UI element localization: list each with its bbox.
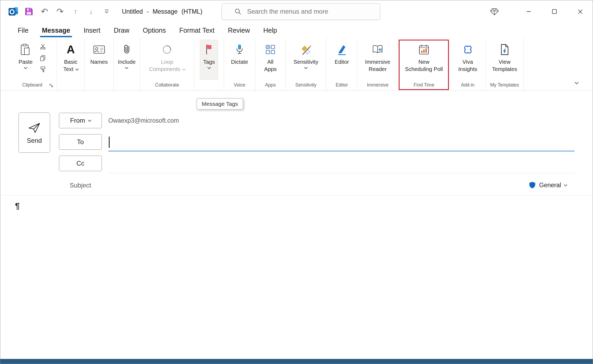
- include-dropdown-chevron: [125, 66, 129, 69]
- editor-label: Editor: [335, 58, 349, 65]
- flag-icon: [203, 41, 215, 58]
- message-body[interactable]: ¶: [0, 196, 593, 359]
- menu-help[interactable]: Help: [256, 23, 284, 38]
- menu-options[interactable]: Options: [136, 23, 173, 38]
- sensitivity-label: Sensitivity: [293, 58, 318, 65]
- all-apps-label-line2: Apps: [264, 65, 277, 73]
- redo-button[interactable]: ↷: [52, 4, 68, 19]
- compose-area: Send From Owaexp3@microsoft.com To Cc Su…: [0, 95, 593, 359]
- maximize-button[interactable]: [546, 3, 563, 20]
- ribbon-group-voice: Dictate Voice: [224, 38, 255, 91]
- menu-insert[interactable]: Insert: [77, 23, 107, 38]
- menu-file[interactable]: File: [11, 23, 35, 38]
- clipboard-group-label: Clipboard: [22, 82, 42, 88]
- from-label: From: [70, 117, 85, 124]
- ribbon-group-apps: All Apps Apps: [255, 38, 286, 91]
- save-button[interactable]: [21, 4, 37, 19]
- menu-review[interactable]: Review: [221, 23, 257, 38]
- titlebar-controls: [485, 0, 593, 23]
- minimize-button[interactable]: [520, 3, 538, 20]
- save-icon: [24, 7, 34, 16]
- clipboard-small-buttons: [37, 40, 49, 75]
- close-button[interactable]: [571, 3, 589, 20]
- outlook-message-window: ↶ ↷ ↑ ↓ Untitled - Message (HTML): [0, 0, 593, 364]
- immersive-reader-button[interactable]: Immersive Reader: [362, 40, 393, 80]
- search-box[interactable]: [222, 3, 380, 20]
- ribbon-group-names: Names: [85, 38, 114, 91]
- basic-text-icon: A: [67, 41, 75, 58]
- include-button[interactable]: Include: [115, 40, 138, 80]
- microphone-icon: [233, 41, 246, 58]
- previous-item-button[interactable]: ↑: [68, 4, 83, 19]
- viva-label-line1: Viva: [463, 58, 473, 65]
- loop-label-line1: Loop: [161, 58, 173, 65]
- subject-field[interactable]: [108, 178, 512, 193]
- customize-quick-access-button[interactable]: [99, 4, 114, 19]
- dictate-button[interactable]: Dictate: [228, 40, 251, 80]
- ribbon-group-clipboard: Paste: [8, 38, 57, 91]
- sensitivity-badge-chevron: [564, 183, 567, 186]
- down-arrow-icon: ↓: [89, 8, 93, 15]
- menu-message[interactable]: Message: [35, 23, 77, 38]
- format-painter-button[interactable]: [37, 63, 49, 75]
- sensitivity-badge[interactable]: General: [529, 179, 567, 191]
- basic-text-label-line1: Basic: [64, 58, 77, 65]
- paste-label: Paste: [18, 58, 32, 65]
- maximize-icon: [551, 8, 558, 15]
- viva-insights-button[interactable]: Viva Insights: [456, 40, 480, 80]
- ribbon-group-include: Include: [114, 38, 140, 91]
- search-input[interactable]: [247, 8, 376, 15]
- paste-button[interactable]: Paste: [16, 40, 35, 80]
- sensitivity-group-label: Sensitivity: [295, 82, 316, 88]
- menu-draw[interactable]: Draw: [107, 23, 136, 38]
- collapse-ribbon-button[interactable]: [571, 78, 583, 88]
- text-caret: [109, 137, 110, 148]
- window-title: Untitled - Message (HTML): [122, 8, 202, 15]
- redo-icon: ↷: [57, 7, 64, 16]
- all-apps-label-line1: All: [267, 58, 274, 65]
- names-button[interactable]: Names: [88, 40, 110, 80]
- tooltip-message-tags: Message Tags: [197, 98, 243, 110]
- ribbon-group-immersive: Immersive Reader Immersive: [357, 38, 398, 91]
- templates-icon: [498, 41, 511, 58]
- new-scheduling-poll-button[interactable]: New Scheduling Poll: [402, 40, 445, 80]
- undo-button[interactable]: ↶: [37, 4, 52, 19]
- cut-icon: [40, 43, 46, 50]
- basic-text-button[interactable]: A Basic Text: [61, 40, 81, 80]
- sensitivity-button[interactable]: Sensitivity: [291, 40, 321, 80]
- dictate-label: Dictate: [231, 58, 248, 65]
- menubar: File Message Insert Draw Options Format …: [0, 23, 593, 38]
- include-label: Include: [118, 58, 136, 65]
- sensitivity-badge-label: General: [539, 182, 561, 189]
- view-templates-button[interactable]: View Templates: [489, 40, 520, 80]
- copy-icon: [40, 55, 46, 61]
- viva-insights-icon: [462, 41, 474, 58]
- ribbon-group-find-time: New Scheduling Poll Find Time: [398, 38, 450, 91]
- menu-format-text[interactable]: Format Text: [173, 23, 221, 38]
- gem-icon: [490, 7, 499, 16]
- undo-icon: ↶: [41, 7, 48, 16]
- send-icon: [28, 121, 41, 134]
- gem-button[interactable]: [485, 7, 504, 16]
- to-button[interactable]: To: [59, 134, 102, 150]
- minimize-icon: [525, 8, 532, 15]
- cc-button[interactable]: Cc: [59, 156, 102, 171]
- from-field[interactable]: Owaexp3@microsoft.com: [108, 113, 575, 128]
- all-apps-button[interactable]: All Apps: [262, 40, 279, 80]
- to-field[interactable]: [108, 134, 575, 151]
- apps-group-label: Apps: [265, 82, 276, 88]
- editor-button[interactable]: Editor: [332, 40, 352, 80]
- immersive-group-label: Immersive: [367, 82, 389, 88]
- from-button[interactable]: From: [59, 113, 102, 128]
- cc-field[interactable]: [108, 156, 575, 173]
- cut-button[interactable]: [37, 41, 49, 52]
- ribbon-group-collaborate: Loop Components Collaborate: [140, 38, 194, 91]
- clipboard-dialog-launcher[interactable]: [49, 83, 54, 88]
- next-item-button[interactable]: ↓: [83, 4, 99, 19]
- shield-icon: [529, 181, 536, 189]
- copy-button[interactable]: [37, 52, 49, 63]
- tags-button[interactable]: Tags: [200, 40, 218, 80]
- loop-components-button[interactable]: Loop Components: [146, 40, 188, 80]
- send-button[interactable]: Send: [18, 112, 50, 153]
- add-in-group-label: Add-in: [461, 82, 475, 88]
